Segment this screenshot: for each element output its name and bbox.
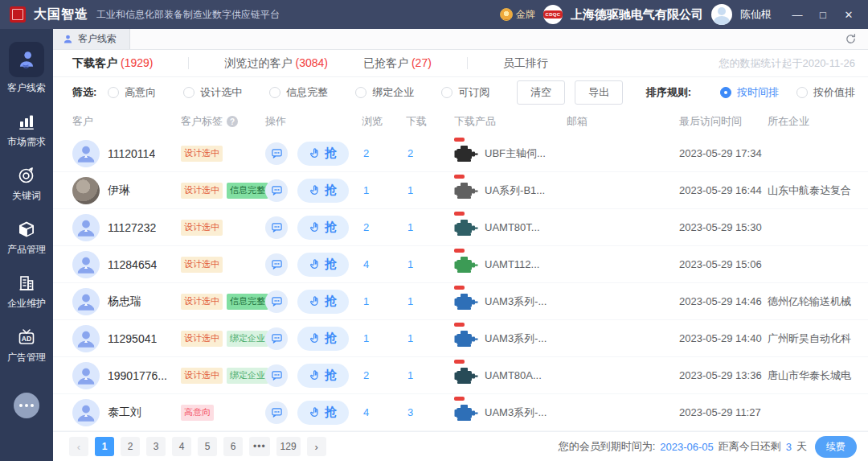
customer-tag: 绑定企业: [227, 331, 268, 347]
page-button[interactable]: 2: [121, 437, 140, 456]
table-row: 11284654 设计选中 抢 4 1 UAMT112... 2023-05-2…: [53, 246, 868, 283]
customer-name[interactable]: 11284654: [108, 258, 157, 271]
tab-grabbed-customers[interactable]: 已抢客户 (27): [363, 56, 432, 71]
prev-page-button[interactable]: ‹: [69, 437, 88, 456]
message-button[interactable]: [265, 179, 288, 202]
page-button[interactable]: 3: [146, 437, 166, 456]
message-button[interactable]: [265, 364, 288, 387]
customer-name[interactable]: 伊琳: [108, 183, 130, 198]
clear-button[interactable]: 清空: [517, 80, 565, 105]
downloads-count[interactable]: 1: [406, 369, 454, 381]
filter-radio[interactable]: 绑定企业: [355, 85, 414, 100]
downloads-count[interactable]: 2: [406, 147, 454, 159]
grab-button[interactable]: 抢: [297, 179, 349, 203]
views-count[interactable]: 4: [362, 258, 406, 270]
grab-button[interactable]: 抢: [297, 290, 349, 314]
grab-button[interactable]: 抢: [297, 401, 349, 425]
hand-click-icon: [309, 332, 321, 344]
close-button[interactable]: ✕: [837, 5, 860, 24]
grab-button[interactable]: 抢: [297, 142, 349, 166]
filter-radio[interactable]: 可订阅: [441, 85, 489, 100]
downloads-count[interactable]: 1: [406, 184, 454, 196]
customer-name[interactable]: 11127232: [108, 221, 156, 234]
tag-list: 设计选中绑定企业: [181, 331, 265, 347]
window-tab-customer-leads[interactable]: 客户线索: [53, 29, 130, 49]
tab-downloaded-customers[interactable]: 下载客户 (1929): [72, 56, 153, 71]
views-count[interactable]: 1: [362, 332, 406, 344]
user-name[interactable]: 陈仙根: [740, 7, 772, 22]
downloads-count[interactable]: 3: [406, 406, 454, 418]
days-remaining: 3: [786, 441, 792, 453]
tag-list: 设计选中: [181, 257, 265, 273]
sidebar-item-market-demand[interactable]: 市场需求: [0, 112, 53, 149]
downloads-count[interactable]: 1: [406, 221, 454, 233]
filter-radio[interactable]: 高意向: [108, 85, 156, 100]
user-avatar[interactable]: [711, 4, 732, 25]
grab-button[interactable]: 抢: [297, 327, 349, 351]
tab-viewed-customers[interactable]: 浏览过的客户 (3084): [224, 56, 327, 71]
views-count[interactable]: 2: [362, 147, 406, 159]
table-row: 19901776... 设计选中绑定企业 抢 2 1 UAMT80A... 20…: [53, 357, 868, 394]
page-button[interactable]: 5: [198, 437, 217, 456]
radio-icon: [441, 87, 452, 98]
views-count[interactable]: 2: [362, 369, 406, 381]
views-count[interactable]: 1: [362, 295, 406, 307]
page-button[interactable]: 1: [95, 437, 114, 456]
customer-name[interactable]: 杨忠瑞: [108, 294, 141, 309]
export-button[interactable]: 导出: [575, 80, 623, 105]
product-name: UAMT112...: [485, 258, 539, 270]
page-list: 123456•••129: [95, 437, 301, 456]
message-button[interactable]: [265, 290, 288, 313]
message-button[interactable]: [265, 401, 288, 424]
last-visit-time: 2023-05-29 17:34: [679, 147, 768, 159]
message-button[interactable]: [265, 142, 288, 165]
sort-by-value-radio[interactable]: 按价值排: [796, 85, 855, 100]
sort-by-time-radio[interactable]: 按时间排: [720, 85, 779, 100]
message-button[interactable]: [265, 253, 288, 276]
refresh-icon[interactable]: [833, 29, 868, 49]
next-page-button[interactable]: ›: [307, 437, 326, 456]
page-ellipsis[interactable]: •••: [249, 437, 270, 456]
sidebar-item-product-management[interactable]: 产品管理: [0, 220, 53, 257]
customer-avatar: [72, 214, 100, 241]
sidebar-item-keywords[interactable]: 关键词: [0, 166, 53, 203]
minimize-button[interactable]: —: [786, 5, 809, 24]
views-count[interactable]: 4: [362, 406, 406, 418]
sidebar-item-customer-leads[interactable]: 客户线索: [0, 42, 53, 95]
page-button[interactable]: 6: [223, 437, 243, 456]
message-button[interactable]: [265, 327, 288, 350]
renew-button[interactable]: 续费: [815, 436, 857, 458]
downloads-count[interactable]: 1: [406, 295, 454, 307]
title-bar: 大国智造 工业和信息化部装备制造业数字供应链平台 金牌 CDQC 上海德驱驰电气…: [0, 0, 868, 29]
customer-name[interactable]: 泰工刘: [108, 405, 141, 420]
support-chat-icon[interactable]: [14, 393, 39, 418]
sidebar-item-enterprise-maintenance[interactable]: 企业维护: [0, 274, 53, 311]
tag-list: 设计选中信息完整: [181, 294, 265, 310]
maximize-button[interactable]: □: [812, 5, 834, 24]
customer-tag: 绑定企业: [227, 368, 268, 384]
product-image: [454, 402, 478, 423]
table-row: 泰工刘 高意向 抢 4 3 UAM3系列-... 2023-05-29 11:2…: [53, 394, 868, 431]
product-name: UAM3系列-...: [485, 294, 547, 309]
col-operations: 操作: [265, 114, 362, 129]
filter-radio[interactable]: 信息完整: [269, 85, 328, 100]
tab-employee-ranking[interactable]: 员工排行: [503, 56, 548, 71]
views-count[interactable]: 2: [362, 221, 406, 233]
downloads-count[interactable]: 1: [406, 332, 454, 344]
col-downloaded-product: 下载产品: [454, 114, 567, 129]
customer-name[interactable]: 11295041: [108, 332, 157, 345]
grab-button[interactable]: 抢: [297, 253, 349, 277]
sidebar-item-ad-management[interactable]: AD 广告管理: [0, 327, 53, 364]
downloads-count[interactable]: 1: [406, 258, 454, 270]
grab-button[interactable]: 抢: [297, 364, 349, 388]
grab-button[interactable]: 抢: [297, 216, 349, 240]
company-name-cell: 唐山市华泰长城电: [768, 368, 868, 383]
help-icon[interactable]: ?: [227, 116, 238, 127]
page-button[interactable]: 4: [172, 437, 191, 456]
message-button[interactable]: [265, 216, 288, 239]
customer-name[interactable]: 11120114: [108, 147, 155, 160]
page-button[interactable]: 129: [276, 437, 301, 456]
views-count[interactable]: 1: [362, 184, 406, 196]
filter-radio[interactable]: 设计选中: [183, 85, 242, 100]
customer-name[interactable]: 19901776...: [108, 369, 167, 382]
